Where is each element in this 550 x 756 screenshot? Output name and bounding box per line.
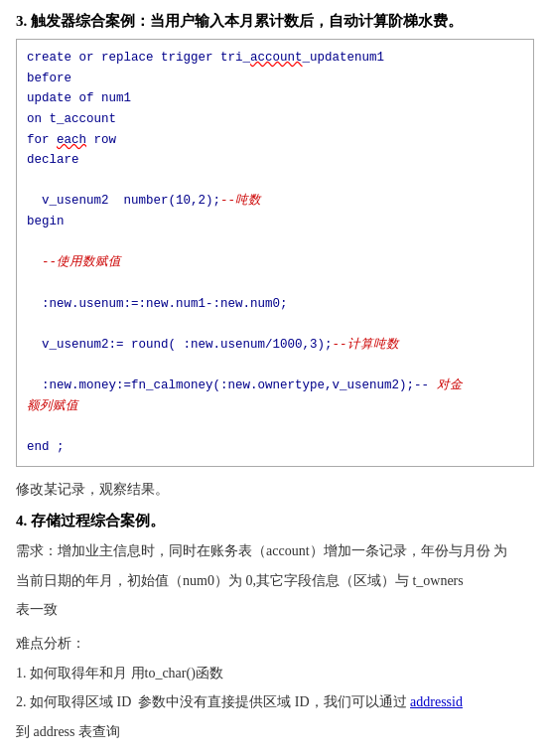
code-line-18: 额列赋值 <box>27 396 523 417</box>
section4-para3: 表一致 <box>16 597 534 623</box>
section-3-title: 3. 触发器综合案例：当用户输入本月累计数后，自动计算阶梯水费。 <box>16 12 534 31</box>
code-account-underline: account <box>250 51 303 65</box>
code-line-17: :new.money:=fn_calmoney(:new.ownertype,v… <box>27 376 523 396</box>
code-line-6: declare <box>27 150 523 171</box>
addressid-link: addressid <box>410 694 463 709</box>
code-line-blank5 <box>27 355 523 376</box>
observe-text: 修改某记录，观察结果。 <box>16 477 534 502</box>
code-line-15: v_usenum2:= round( :new.usenum/1000,3);-… <box>27 335 523 356</box>
code-line-blank1 <box>27 171 523 192</box>
code-line-9: begin <box>27 212 523 232</box>
code-line-blank2 <box>27 232 523 253</box>
code-line-13: :new.usenum:=:new.num1-:new.num0; <box>27 294 523 315</box>
code-line-5: for each row <box>27 130 523 151</box>
code-each-underline: each <box>57 133 86 147</box>
code-line-8: v_usenum2 number(10,2);--吨数 <box>27 191 523 212</box>
section4-para2: 当前日期的年月，初始值（num0）为 0,其它字段信息（区域）与 t_owner… <box>16 568 534 594</box>
code-line-20: end ; <box>27 437 523 458</box>
numbered-item-2-cont: 到 address 表查询 <box>16 719 534 745</box>
code-line-1: create or replace trigger tri_account_up… <box>27 48 523 69</box>
numbered-item-1: 1. 如何取得年和月 用to_char()函数 <box>16 661 534 686</box>
create-label: 创建存储过程语句： <box>16 751 534 756</box>
code-line-blank4 <box>27 314 523 335</box>
code-line-4: on t_account <box>27 109 523 130</box>
code-line-3: update of num1 <box>27 88 523 109</box>
code-line-2: before <box>27 69 523 89</box>
code-block-trigger: create or replace trigger tri_account_up… <box>16 39 534 467</box>
code-line-blank3 <box>27 273 523 294</box>
code-line-11: --使用数赋值 <box>27 252 523 273</box>
code-line-blank6 <box>27 416 523 437</box>
numbered-item-2: 2. 如何取得区域 ID 参数中没有直接提供区域 ID，我们可以通过 addre… <box>16 689 534 715</box>
section4-para1: 需求：增加业主信息时，同时在账务表（account）增加一条记录，年份与月份 为 <box>16 538 534 564</box>
difficulty-label: 难点分析： <box>16 631 534 656</box>
section-4-title: 4. 存储过程综合案例。 <box>16 512 534 530</box>
